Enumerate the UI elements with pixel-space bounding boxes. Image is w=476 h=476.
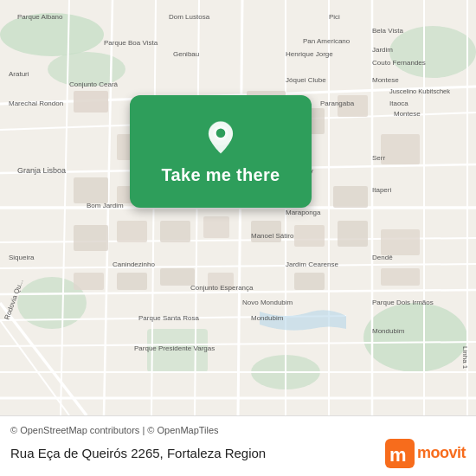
svg-text:Linha 1: Linha 1 bbox=[461, 346, 469, 370]
svg-text:Bom Jardim: Bom Jardim bbox=[87, 202, 124, 209]
svg-text:Mondubim: Mondubim bbox=[372, 327, 405, 335]
svg-rect-44 bbox=[117, 221, 147, 242]
svg-rect-52 bbox=[117, 273, 147, 290]
svg-rect-50 bbox=[381, 229, 420, 255]
svg-text:Itaoca: Itaoca bbox=[389, 100, 408, 107]
svg-text:Montese: Montese bbox=[372, 76, 399, 84]
svg-text:Juscelino Kubitschek: Juscelino Kubitschek bbox=[389, 87, 450, 95]
svg-rect-55 bbox=[381, 268, 420, 286]
svg-text:Parque Albano: Parque Albano bbox=[17, 13, 63, 21]
bottom-row: Rua Eça de Queirós 2265, Fortaleza Regio… bbox=[10, 439, 466, 468]
svg-text:Montese: Montese bbox=[394, 110, 421, 118]
svg-rect-41 bbox=[333, 186, 368, 208]
svg-text:Pici: Pici bbox=[329, 13, 340, 21]
moovit-m-icon: m bbox=[385, 439, 415, 468]
svg-text:Parque Presidente Vargas: Parque Presidente Vargas bbox=[134, 344, 215, 352]
svg-rect-46 bbox=[203, 216, 229, 238]
svg-text:Jardim: Jardim bbox=[372, 46, 393, 54]
take-me-button-label: Take me there bbox=[162, 165, 280, 185]
svg-text:Canindezinho: Canindezinho bbox=[113, 261, 155, 268]
svg-text:Dendê: Dendê bbox=[372, 254, 393, 261]
map-svg: Parque Albano Dom Lustosa Pici Bela Vist… bbox=[0, 0, 476, 415]
svg-rect-54 bbox=[294, 273, 325, 290]
svg-text:Jardim Cearense: Jardim Cearense bbox=[286, 261, 338, 268]
map-attribution: © OpenStreetMap contributors | © OpenMap… bbox=[10, 425, 466, 435]
address-label: Rua Eça de Queirós 2265, Fortaleza Regio… bbox=[10, 446, 266, 460]
moovit-logo: m moovit bbox=[385, 439, 466, 468]
map-view: Parque Albano Dom Lustosa Pici Bela Vist… bbox=[0, 0, 476, 415]
svg-rect-56 bbox=[160, 268, 195, 286]
take-me-card[interactable]: Take me there bbox=[130, 95, 312, 208]
svg-text:Conjunto Ceará: Conjunto Ceará bbox=[69, 80, 119, 88]
svg-text:Serr: Serr bbox=[372, 154, 385, 162]
svg-point-98 bbox=[216, 128, 226, 138]
svg-text:Bela Vista: Bela Vista bbox=[372, 27, 403, 35]
svg-rect-43 bbox=[74, 225, 108, 251]
svg-text:Itaperi: Itaperi bbox=[372, 186, 391, 194]
svg-point-4 bbox=[363, 303, 467, 372]
svg-text:Marechal Rondon: Marechal Rondon bbox=[9, 100, 63, 107]
svg-text:Manoel Sátiro: Manoel Sátiro bbox=[251, 232, 294, 240]
svg-text:Parangaba: Parangaba bbox=[320, 100, 355, 107]
location-pin-icon bbox=[202, 119, 240, 157]
svg-text:Parque Santa Rosa: Parque Santa Rosa bbox=[138, 314, 199, 322]
svg-text:Mondubim: Mondubim bbox=[251, 314, 284, 322]
svg-text:Siqueira: Siqueira bbox=[9, 254, 35, 261]
svg-text:Henrique Jorge: Henrique Jorge bbox=[286, 50, 333, 58]
svg-text:Parque Dois Irmãos: Parque Dois Irmãos bbox=[372, 299, 434, 306]
svg-text:Granja Lisboa: Granja Lisboa bbox=[17, 166, 66, 175]
svg-rect-31 bbox=[74, 91, 108, 113]
svg-rect-45 bbox=[160, 221, 190, 242]
bottom-info-bar: © OpenStreetMap contributors | © OpenMap… bbox=[0, 415, 476, 476]
svg-rect-51 bbox=[74, 273, 104, 290]
svg-text:Genibau: Genibau bbox=[173, 50, 199, 58]
svg-rect-48 bbox=[294, 225, 325, 247]
svg-text:Araturi: Araturi bbox=[9, 70, 29, 78]
svg-rect-42 bbox=[381, 134, 420, 164]
svg-text:m: m bbox=[389, 444, 407, 466]
svg-text:Novo Mondubim: Novo Mondubim bbox=[242, 299, 293, 306]
svg-rect-49 bbox=[338, 221, 368, 247]
svg-text:Maraponga: Maraponga bbox=[286, 209, 321, 216]
svg-text:Pan Americano: Pan Americano bbox=[303, 37, 351, 45]
svg-rect-38 bbox=[74, 177, 108, 203]
svg-text:Parque Boa Vista: Parque Boa Vista bbox=[104, 39, 158, 47]
svg-text:Conjunto Esperança: Conjunto Esperança bbox=[190, 284, 254, 292]
svg-text:Dom Lustosa: Dom Lustosa bbox=[169, 13, 210, 21]
moovit-text: moovit bbox=[417, 444, 466, 462]
svg-text:Couto Fernandes: Couto Fernandes bbox=[372, 59, 426, 67]
svg-text:Jóquei Clube: Jóquei Clube bbox=[286, 76, 326, 84]
